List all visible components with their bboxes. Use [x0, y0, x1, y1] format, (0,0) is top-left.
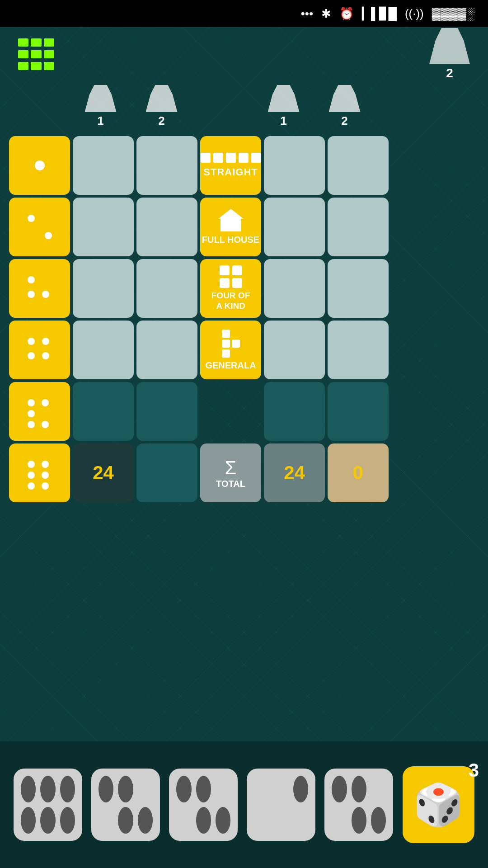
category-generala[interactable]: GENERALA: [200, 321, 261, 379]
die-3[interactable]: [169, 769, 238, 841]
top-bar: 2: [0, 27, 488, 81]
menu-button[interactable]: [18, 38, 54, 70]
total-p2-value: 0: [353, 462, 363, 484]
player-1-header: 1: [70, 81, 131, 132]
score-fives-p4[interactable]: [328, 382, 389, 441]
roll-button[interactable]: 3 🎲: [403, 766, 475, 843]
player-4-avatar: [268, 85, 300, 112]
category-sixes[interactable]: [9, 443, 70, 502]
category-fours[interactable]: [9, 321, 70, 379]
players-header: 1 2 1 2: [9, 81, 479, 132]
score-fives-p2[interactable]: [136, 382, 197, 441]
die-4[interactable]: [247, 769, 315, 841]
alarm-icon: ⏰: [339, 7, 354, 21]
category-total: Σ TOTAL: [200, 443, 261, 502]
player-2-header: 2: [131, 81, 192, 132]
score-twos-p2[interactable]: [136, 198, 197, 256]
total-score-p1[interactable]: 24: [264, 443, 325, 502]
user-silhouette-icon: [429, 28, 470, 64]
category-twos[interactable]: [9, 198, 70, 256]
score-fullhouse-p1[interactable]: [264, 198, 325, 256]
battery-icon: ▓▓▓▓░: [432, 7, 474, 21]
player-2-avatar: [146, 85, 178, 112]
status-bar: ••• ✱ ⏰ ▎▌▊█ ((·)) ▓▓▓▓░: [0, 0, 488, 27]
player-4-number: 1: [280, 114, 286, 128]
sigma-icon: Σ: [225, 457, 237, 479]
score-fours-p1[interactable]: [73, 321, 134, 379]
fullhouse-label: FULL HOUSE: [202, 234, 259, 245]
score-straight-p2[interactable]: [328, 136, 389, 195]
player-4-header: 1: [253, 81, 314, 132]
wifi-icon: ((·)): [405, 7, 424, 21]
player-2-number: 2: [158, 114, 164, 128]
player-1-avatar: [85, 85, 117, 112]
category-threes[interactable]: [9, 259, 70, 318]
score-ones-p1[interactable]: [73, 136, 134, 195]
player-3-header: [192, 81, 253, 132]
score-threes-p1[interactable]: [73, 259, 134, 318]
player-5-header: 2: [314, 81, 375, 132]
total-p1-value: 24: [284, 462, 305, 484]
die-1[interactable]: [14, 769, 82, 841]
category-ones[interactable]: [9, 136, 70, 195]
score-sixes-p1[interactable]: 24: [73, 443, 134, 502]
fourkind-label: FOUR OFA KIND: [211, 291, 250, 311]
total-label: TOTAL: [216, 479, 245, 489]
score-fourkind-p2[interactable]: [328, 259, 389, 318]
straight-label: STRAIGHT: [203, 166, 258, 178]
category-fourofakind[interactable]: FOUR OFA KIND: [200, 259, 261, 318]
bottom-dice-area: 3 🎲: [0, 741, 488, 868]
player-1-number: 1: [97, 114, 103, 128]
die-2[interactable]: [91, 769, 160, 841]
score-fours-p2[interactable]: [136, 321, 197, 379]
row-sixes: 24 Σ TOTAL 24 0: [9, 443, 479, 502]
category-fullhouse[interactable]: FULL HOUSE: [200, 198, 261, 256]
score-fives-p1[interactable]: [73, 382, 134, 441]
category-fives[interactable]: [9, 382, 70, 441]
generala-label: GENERALA: [205, 360, 256, 371]
score-grid: STRAIGHT FULL HOUSE: [9, 136, 479, 502]
bluetooth-icon: ✱: [321, 7, 331, 21]
game-area: 1 2 1 2: [0, 81, 488, 502]
score-straight-p1[interactable]: [264, 136, 325, 195]
score-generala-p1[interactable]: [264, 321, 325, 379]
score-fullhouse-p2[interactable]: [328, 198, 389, 256]
row-threes: FOUR OFA KIND: [9, 259, 479, 318]
category-straight[interactable]: STRAIGHT: [200, 136, 261, 195]
score-fives-p3[interactable]: [264, 382, 325, 441]
score-sixes-p2[interactable]: [136, 443, 197, 502]
row-fours: GENERALA: [9, 321, 479, 379]
signal-icon: ▎▌▊█: [362, 7, 397, 21]
top-player-number: 2: [446, 66, 453, 80]
die-5[interactable]: [324, 769, 393, 841]
spacer-fives-cat: [200, 382, 261, 441]
score-twos-p1[interactable]: [73, 198, 134, 256]
score-generala-p2[interactable]: [328, 321, 389, 379]
top-user-button[interactable]: 2: [429, 28, 470, 80]
row-ones: STRAIGHT: [9, 136, 479, 195]
dots-indicator: •••: [301, 7, 313, 21]
score-threes-p2[interactable]: [136, 259, 197, 318]
total-score-p2[interactable]: 0: [328, 443, 389, 502]
row-twos: FULL HOUSE: [9, 198, 479, 256]
player-5-number: 2: [341, 114, 347, 128]
row-fives: [9, 382, 479, 441]
score-fourkind-p1[interactable]: [264, 259, 325, 318]
sixes-p1-value: 24: [93, 462, 114, 484]
player-5-avatar: [329, 85, 361, 112]
dice-red-icon: 🎲: [413, 781, 464, 829]
roll-count: 3: [469, 760, 479, 781]
score-ones-p2[interactable]: [136, 136, 197, 195]
